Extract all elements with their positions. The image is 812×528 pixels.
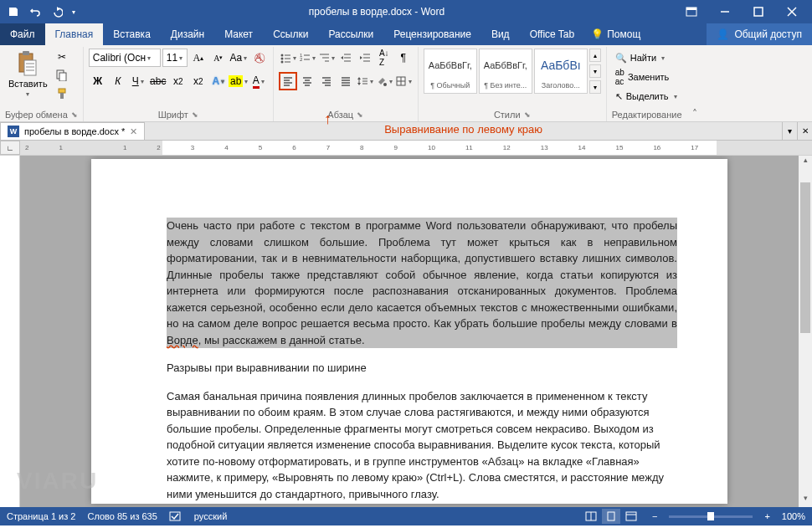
tab-design[interactable]: Дизайн xyxy=(161,23,214,45)
select-button[interactable]: ↖Выделить▾ xyxy=(612,87,681,105)
decrease-indent-button[interactable] xyxy=(337,49,355,67)
style-nospacing[interactable]: АаБбВвГг,¶ Без инте... xyxy=(479,49,532,94)
scroll-thumb[interactable] xyxy=(800,182,810,333)
redo-button[interactable] xyxy=(47,2,67,22)
svg-point-20 xyxy=(280,61,283,64)
font-launcher[interactable]: ⬊ xyxy=(192,110,198,119)
shrink-font-button[interactable]: A▾ xyxy=(209,49,228,67)
bold-button[interactable]: Ж xyxy=(89,72,107,90)
spellcheck-status[interactable] xyxy=(169,510,182,522)
font-name-select[interactable]: Calibri (Осн▾ xyxy=(89,49,161,67)
shading-button[interactable]: ▾ xyxy=(375,72,393,90)
zoom-slider[interactable] xyxy=(669,515,753,518)
zoom-out-button[interactable]: − xyxy=(652,511,657,521)
clear-format-button[interactable]: A⃠ xyxy=(249,49,268,67)
print-layout-button[interactable] xyxy=(602,509,620,524)
tab-home[interactable]: Главная xyxy=(45,23,104,45)
change-case-button[interactable]: Aa▾ xyxy=(229,49,248,67)
tabs-close-all[interactable]: ✕ xyxy=(797,122,812,140)
style-heading1[interactable]: АаБбВıЗаголово... xyxy=(534,49,588,94)
page: Очень часто при работе с текстом в прогр… xyxy=(91,159,727,504)
doc-tab-1[interactable]: W пробелы в ворде.docx * ✕ xyxy=(0,122,145,140)
numbering-button[interactable]: 12▾ xyxy=(298,49,316,67)
zoom-in-button[interactable]: + xyxy=(764,511,769,521)
strike-button[interactable]: abc xyxy=(149,72,167,90)
minimize-button[interactable] xyxy=(708,0,742,23)
align-left-button[interactable] xyxy=(279,72,297,90)
svg-rect-62 xyxy=(608,512,614,520)
line-spacing-button[interactable]: ▾ xyxy=(356,72,374,90)
tab-mailings[interactable]: Рассылки xyxy=(318,23,383,45)
replace-button[interactable]: abacЗаменить xyxy=(612,68,681,86)
superscript-button[interactable]: x2 xyxy=(189,72,208,90)
tab-references[interactable]: Ссылки xyxy=(263,23,318,45)
font-size-select[interactable]: 11▾ xyxy=(162,49,188,67)
styles-more[interactable]: ▾ xyxy=(589,80,601,94)
styles-up[interactable]: ▴ xyxy=(589,49,601,62)
scroll-up[interactable]: ▴ xyxy=(799,156,812,169)
show-marks-button[interactable]: ¶ xyxy=(394,49,413,67)
page-status[interactable]: Страница 1 из 2 xyxy=(7,511,75,521)
scroll-down[interactable]: ▾ xyxy=(799,494,812,507)
collapse-ribbon-button[interactable]: ˄ xyxy=(692,108,697,120)
language-status[interactable]: русский xyxy=(194,511,227,521)
multilevel-button[interactable]: ▾ xyxy=(317,49,336,67)
styles-launcher[interactable]: ⬊ xyxy=(524,110,531,119)
paragraph-2[interactable]: Разрывы при выравнивании по ширине xyxy=(167,360,677,377)
document-area[interactable]: Очень часто при работе с текстом в прогр… xyxy=(20,156,799,507)
read-mode-button[interactable] xyxy=(582,509,600,524)
save-button[interactable] xyxy=(3,2,23,22)
tabs-dropdown[interactable]: ▾ xyxy=(782,122,797,140)
tab-review[interactable]: Рецензирование xyxy=(383,23,481,45)
tab-officetab[interactable]: Office Tab xyxy=(520,23,585,45)
close-button[interactable] xyxy=(775,0,809,23)
styles-down[interactable]: ▾ xyxy=(589,64,601,78)
ribbon-options-button[interactable] xyxy=(675,0,708,23)
align-right-button[interactable] xyxy=(317,72,336,90)
paragraph-1[interactable]: Очень часто при работе с текстом в прогр… xyxy=(167,218,677,348)
undo-button[interactable] xyxy=(25,2,45,22)
close-tab-button[interactable]: ✕ xyxy=(130,126,137,137)
paste-button[interactable]: Вставить ▾ xyxy=(5,49,51,100)
tab-view[interactable]: Вид xyxy=(481,23,520,45)
word-count[interactable]: Слово 85 из 635 xyxy=(87,511,157,521)
italic-button[interactable]: К xyxy=(109,72,127,90)
quick-access-toolbar: ▾ xyxy=(3,2,79,22)
align-center-button[interactable] xyxy=(298,72,316,90)
tell-me[interactable]: 💡 Помощ xyxy=(584,23,647,45)
share-button[interactable]: 👤 Общий доступ xyxy=(707,23,812,45)
ruler-vertical[interactable] xyxy=(0,156,20,507)
copy-button[interactable] xyxy=(53,67,71,84)
cut-button[interactable]: ✂ xyxy=(53,49,71,65)
tab-file[interactable]: Файл xyxy=(0,23,45,45)
paragraph-launcher[interactable]: ⬊ xyxy=(357,110,363,119)
paragraph-3[interactable]: Самая банальная причина появления длинны… xyxy=(167,388,677,503)
maximize-button[interactable] xyxy=(742,0,775,23)
tab-selector[interactable]: ∟ xyxy=(0,141,20,155)
lightbulb-icon: 💡 xyxy=(591,28,604,40)
qat-customize[interactable]: ▾ xyxy=(69,2,79,22)
format-painter-button[interactable] xyxy=(53,85,71,102)
text-effects-button[interactable]: A▾ xyxy=(209,72,228,90)
svg-point-18 xyxy=(280,58,283,60)
underline-button[interactable]: Ч▾ xyxy=(129,72,147,90)
font-color-button[interactable]: A▾ xyxy=(249,72,268,90)
status-bar: Страница 1 из 2 Слово 85 из 635 русский … xyxy=(0,507,812,525)
style-normal[interactable]: АаБбВвГг,¶ Обычный xyxy=(424,49,477,94)
sort-button[interactable]: A↓Z xyxy=(375,49,393,67)
scrollbar-vertical[interactable]: ▴ ▾ xyxy=(799,156,812,507)
tab-layout[interactable]: Макет xyxy=(214,23,263,45)
web-layout-button[interactable] xyxy=(622,509,640,524)
tab-insert[interactable]: Вставка xyxy=(103,23,161,45)
subscript-button[interactable]: x2 xyxy=(169,72,188,90)
find-button[interactable]: 🔍Найти▾ xyxy=(612,49,681,67)
bullets-button[interactable]: ▾ xyxy=(279,49,297,67)
clipboard-launcher[interactable]: ⬊ xyxy=(71,110,78,119)
increase-indent-button[interactable] xyxy=(356,49,374,67)
zoom-level[interactable]: 100% xyxy=(782,511,805,521)
borders-button[interactable]: ▾ xyxy=(394,72,413,90)
ruler-horizontal[interactable]: ∟ 211234567891011121314151617 xyxy=(0,141,812,156)
justify-button[interactable] xyxy=(337,72,355,90)
grow-font-button[interactable]: A▴ xyxy=(189,49,208,67)
highlight-button[interactable]: ab▾ xyxy=(229,72,248,90)
